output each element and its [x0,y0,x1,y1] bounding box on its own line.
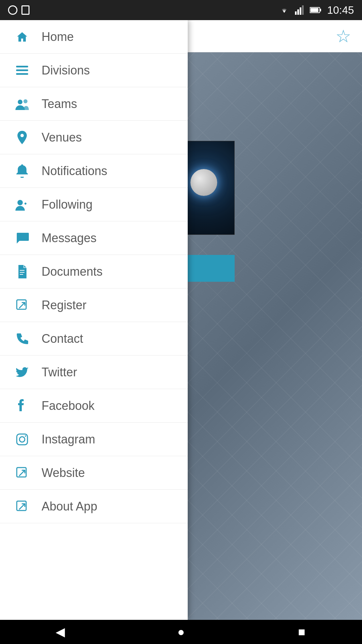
drawer-label-instagram: Instagram [42,432,95,446]
drawer-item-notifications[interactable]: Notifications [0,154,188,188]
status-left-icons [8,5,29,15]
about-icon [13,498,31,515]
web-icon [13,464,31,482]
drawer-item-teams[interactable]: Teams [0,87,188,121]
svg-rect-6 [310,8,318,12]
back-button[interactable]: ◀ [48,620,72,644]
svg-rect-0 [295,11,297,15]
svg-point-19 [25,435,26,437]
drawer-label-following: Following [42,198,93,212]
home-button[interactable]: ● [169,620,193,644]
svg-point-18 [19,437,25,442]
status-bar: 10:45 [0,0,362,20]
home-icon [13,28,31,46]
phone-icon [13,330,31,347]
svg-point-12 [17,200,23,205]
signal-icon [295,5,304,15]
svg-point-11 [23,99,27,103]
svg-rect-2 [300,7,301,15]
svg-point-10 [18,100,22,104]
svg-rect-7 [16,66,28,67]
doc-icon [13,263,31,280]
drawer-label-teams: Teams [42,97,77,111]
drawer-label-home: Home [42,30,74,44]
svg-rect-9 [16,73,28,75]
drawer-label-facebook: Facebook [42,399,95,413]
drawer-item-messages[interactable]: Messages [0,221,188,255]
drawer-item-documents[interactable]: Documents [0,255,188,288]
svg-rect-5 [320,9,321,11]
drawer-item-following[interactable]: Following [0,188,188,221]
status-right-icons: 10:45 [279,4,354,16]
svg-rect-1 [297,9,299,15]
drawer-label-notifications: Notifications [42,164,107,178]
bottom-nav: ◀ ● ■ [0,620,362,644]
drawer-label-messages: Messages [42,231,97,245]
drawer-label-venues: Venues [42,130,82,145]
navigation-drawer: HomeDivisionsTeamsVenuesNotificationsFol… [0,20,188,620]
reg-icon [13,297,31,314]
drawer-label-about-app: About App [42,499,97,514]
pin-icon [13,129,31,146]
background-court [161,52,362,620]
ball-graphic [190,169,217,196]
drawer-label-website: Website [42,466,85,480]
fb-icon [13,397,31,415]
twitter-icon [13,364,31,381]
drawer-item-facebook[interactable]: Facebook [0,389,188,423]
svg-rect-3 [302,5,304,15]
wifi-icon [279,6,290,14]
drawer-item-divisions[interactable]: Divisions [0,54,188,87]
drawer-item-twitter[interactable]: Twitter [0,356,188,389]
drawer-label-contact: Contact [42,332,83,346]
insta-icon [13,431,31,448]
drawer-item-website[interactable]: Website [0,456,188,490]
drawer-label-twitter: Twitter [42,365,77,379]
drawer-label-register: Register [42,298,86,312]
drawer-label-documents: Documents [42,265,103,279]
drawer-item-venues[interactable]: Venues [0,121,188,154]
favorite-button[interactable]: ☆ [336,26,351,46]
drawer-item-instagram[interactable]: Instagram [0,423,188,456]
drawer-item-register[interactable]: Register [0,288,188,322]
follow-icon [13,196,31,213]
drawer-label-divisions: Divisions [42,63,90,77]
sd-icon [21,5,29,15]
drawer-item-contact[interactable]: Contact [0,322,188,356]
menu-icon [13,62,31,79]
drawer-item-home[interactable]: Home [0,20,188,54]
sim-icon [8,5,17,15]
msg-icon [13,229,31,247]
svg-rect-8 [16,69,28,71]
status-time: 10:45 [327,4,354,16]
drawer-item-about-app[interactable]: About App [0,490,188,523]
recents-button[interactable]: ■ [290,620,314,644]
bell-icon [13,162,31,180]
battery-icon [310,7,322,13]
group-icon [13,95,31,113]
